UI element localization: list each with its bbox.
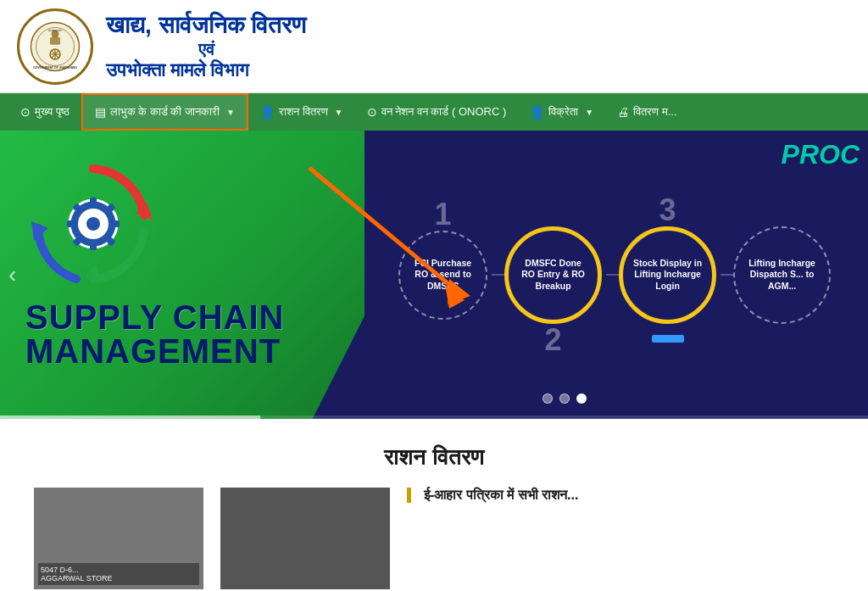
chevron-down-icon: ▼ xyxy=(226,108,235,117)
lower-section: राशन वितरण 5047 D-6... AGGARWAL STORE ई-… xyxy=(0,419,868,591)
ration-image-2 xyxy=(220,488,390,589)
ration-card-title: ई-आहार पत्रिका में सभी राशन... xyxy=(424,488,834,503)
step-progress-bar xyxy=(652,335,684,343)
step-circle-3: Stock Display in Lifting Incharge Login xyxy=(619,226,716,324)
nav-seller[interactable]: 👤 विक्रेता ▼ xyxy=(518,93,605,131)
progress-bar-bg xyxy=(0,415,868,419)
hero-banner: SUPPLY CHAIN MANAGEMENT ‹ PROC 1 FCI Pur… xyxy=(0,131,868,419)
progress-bar-fill xyxy=(0,415,260,419)
step-number-4: 4 xyxy=(774,322,791,324)
title-line1: खाद्य, सार्वजनिक वितरण xyxy=(106,11,306,40)
circle-icon: ⊙ xyxy=(367,105,377,119)
chevron-down-icon-2: ▼ xyxy=(335,108,343,117)
svg-rect-17 xyxy=(90,198,97,206)
process-step-1: 1 FCI Purchase RO & send to DMSFC xyxy=(398,231,487,320)
person-icon: 👤 xyxy=(260,105,275,119)
process-step-3: 3 Stock Display in Lifting Incharge Logi… xyxy=(619,226,716,324)
ration-grid: 5047 D-6... AGGARWAL STORE ई-आहार पत्रिक… xyxy=(34,488,834,589)
supply-text: SUPPLY CHAIN xyxy=(25,300,284,334)
connector-3 xyxy=(721,274,733,276)
svg-rect-19 xyxy=(67,220,75,227)
svg-rect-20 xyxy=(111,220,120,227)
nav-ration[interactable]: 👤 राशन वितरण ▼ xyxy=(248,93,355,131)
title-line3: उपभोक्ता मामले विभाग xyxy=(106,59,306,81)
main-nav: ⊙ मुख्य पृष्ठ ▤ लाभुक के कार्ड की जानकार… xyxy=(0,93,868,131)
svg-rect-2 xyxy=(50,36,60,44)
process-step-4: Lifting Incharge Dispatch S... to AGM...… xyxy=(733,226,831,324)
connector-2 xyxy=(606,274,619,276)
supply-chain-title: SUPPLY CHAIN MANAGEMENT xyxy=(25,300,284,368)
slideshow-dots xyxy=(542,393,587,404)
step-circle-2: DMSFC Done RO Entry & RO Breakup xyxy=(504,226,602,324)
nav-distribution[interactable]: 🖨 वितरण म... xyxy=(605,93,688,131)
home-icon: ⊙ xyxy=(20,105,31,119)
page-header: GOVERNMENT OF JHARKHAND झारखण्ड सरकार खा… xyxy=(0,0,868,93)
svg-point-16 xyxy=(86,217,100,231)
nav-beneficiary-card[interactable]: ▤ लाभुक के कार्ड की जानकारी ▼ xyxy=(81,93,248,131)
proc-label: PROC xyxy=(782,139,860,170)
emblem-icon: GOVERNMENT OF JHARKHAND झारखण्ड सरकार xyxy=(30,21,81,72)
svg-text:GOVERNMENT OF JHARKHAND: GOVERNMENT OF JHARKHAND xyxy=(33,65,77,69)
nav-onorc[interactable]: ⊙ वन नेशन वन कार्ड ( ONORC ) xyxy=(355,93,519,131)
step-circle-1: FCI Purchase RO & send to DMSFC xyxy=(398,231,487,320)
connector-1 xyxy=(492,274,504,276)
title-line2: एवं xyxy=(106,39,306,59)
step-number-1: 1 xyxy=(435,197,452,232)
process-step-2: DMSFC Done RO Entry & RO Breakup 2 xyxy=(504,226,602,324)
step-circle-4: Lifting Incharge Dispatch S... to AGM... xyxy=(733,226,831,324)
dot-1 xyxy=(542,393,553,404)
dot-2 xyxy=(559,393,570,404)
prev-button[interactable]: ‹ xyxy=(8,261,16,288)
svg-rect-18 xyxy=(90,242,97,250)
card-icon: ▤ xyxy=(95,105,106,119)
step-number-2: 2 xyxy=(545,322,562,358)
ration-image-1: 5047 D-6... AGGARWAL STORE xyxy=(34,488,203,589)
seller-icon: 👤 xyxy=(530,105,544,119)
nav-home[interactable]: ⊙ मुख्य पृष्ठ xyxy=(8,93,81,131)
logo: GOVERNMENT OF JHARKHAND झारखण्ड सरकार xyxy=(17,8,93,85)
svg-text:झारखण्ड सरकार: झारखण्ड सरकार xyxy=(47,29,64,32)
management-text: MANAGEMENT xyxy=(25,334,284,368)
chevron-down-icon-3: ▼ xyxy=(585,108,593,117)
dot-3-active xyxy=(576,393,587,404)
gear-graphic xyxy=(21,152,165,296)
step-number-3: 3 xyxy=(659,192,676,228)
ration-info-card: ई-आहार पत्रिका में सभी राशन... xyxy=(407,488,834,503)
department-title: खाद्य, सार्वजनिक वितरण एवं उपभोक्ता मामल… xyxy=(106,11,306,82)
print-icon: 🖨 xyxy=(617,105,629,119)
ration-section-title: राशन वितरण xyxy=(34,444,834,471)
